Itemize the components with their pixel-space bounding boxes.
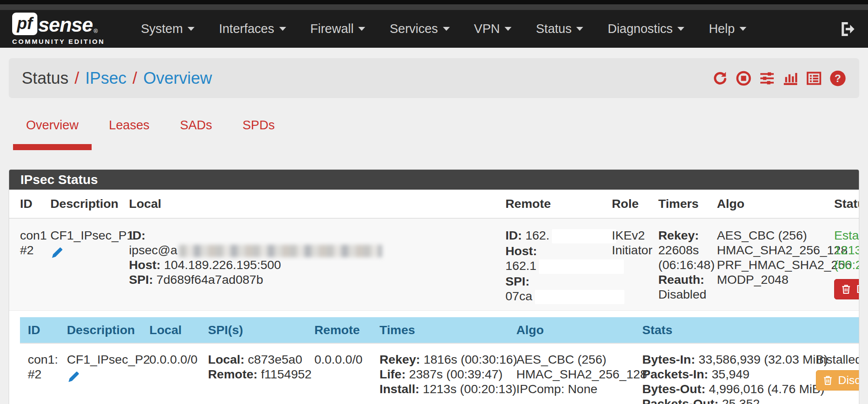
nav-item-interfaces[interactable]: Interfaces (207, 22, 298, 36)
install-label: Install: (380, 382, 419, 396)
redacted-blur-block (179, 245, 382, 257)
packets-in-label: Packets-In: (642, 367, 708, 381)
chart-bar-icon[interactable] (782, 70, 799, 86)
remote-id-value: 162. (525, 228, 549, 242)
sliders-icon[interactable] (759, 70, 775, 86)
bytes-out-label: Bytes-Out: (642, 382, 706, 396)
edit-pencil-icon[interactable] (50, 246, 64, 263)
chevron-down-icon (505, 27, 512, 31)
remote-network: 0.0.0.0/0 (314, 352, 376, 367)
nav-item-services[interactable]: Services (377, 22, 462, 36)
spi-local-value: c873e5a0 (248, 352, 302, 366)
cell-id: con1 #2 (9, 218, 50, 310)
algo-encryption: AES_CBC (256) (717, 228, 831, 243)
cell-algo: AES_CBC (256) HMAC_SHA2_256_128 PRF_HMAC… (717, 218, 834, 310)
child-sa-row-container: ID Description Local SPI(s) Remote Times… (9, 310, 859, 404)
packets-out-value: 25,352 (722, 397, 760, 404)
redacted-white-block (552, 229, 616, 243)
local-host-label: Host: (129, 258, 161, 272)
reauth-label: Reauth: (658, 272, 713, 287)
panel-title: IPsec Status (9, 170, 859, 190)
connection-number: #2 (28, 367, 63, 381)
sign-out-icon[interactable] (838, 20, 856, 38)
algo-ipcomp: IPComp: None (516, 381, 639, 396)
nav-item-label: Help (709, 22, 735, 36)
tab-sads[interactable]: SADs (167, 118, 225, 150)
connection-number: #2 (20, 243, 47, 257)
local-id-value: ipsec@a (129, 243, 177, 257)
pfsense-logo[interactable]: pf sense ® COMMUNITY EDITION (12, 13, 105, 46)
breadcrumb-bar: Status / IPsec / Overview ? (9, 58, 859, 98)
local-id-label: ID: (129, 228, 145, 242)
list-icon[interactable] (806, 70, 822, 86)
tab-spds[interactable]: SPDs (230, 118, 288, 150)
nav-item-status[interactable]: Status (524, 22, 595, 36)
cell-status: Established 1213 seconds (00:20:13) ago … (834, 218, 859, 310)
nav-item-label: Diagnostics (607, 22, 673, 36)
chevron-down-icon (188, 27, 195, 31)
algo-prf: PRF_HMAC_SHA2_256 (717, 257, 831, 272)
nav-item-help[interactable]: Help (696, 22, 759, 36)
connection-id: con1: (28, 352, 63, 367)
tab-overview[interactable]: Overview (13, 118, 92, 150)
breadcrumb-section: Status (22, 69, 69, 88)
description-text: CF1_IPsec_P2 (67, 352, 146, 367)
algo-hash: HMAC_SHA2_256_128 (717, 243, 831, 257)
column-header-spis: SPI(s) (208, 317, 314, 343)
local-network: 0.0.0.0/0 (149, 352, 205, 367)
svg-text:?: ? (835, 72, 841, 84)
registered-mark: ® (93, 28, 98, 34)
refresh-icon[interactable] (712, 70, 728, 86)
life-label: Life: (380, 367, 406, 381)
navbar-top-strip (0, 4, 868, 10)
algo-hash: HMAC_SHA2_256_128 (516, 367, 639, 381)
spi-local-label: Local: (208, 352, 244, 366)
nav-item-label: Services (389, 22, 438, 36)
breadcrumb-link-ipsec[interactable]: IPsec (85, 69, 126, 88)
breadcrumb-link-overview[interactable]: Overview (143, 69, 212, 88)
nav-item-system[interactable]: System (129, 22, 207, 36)
role-type: Initiator (612, 243, 655, 257)
nav-item-label: Status (536, 22, 571, 36)
rekey-value: 1816s (00:30:16) (423, 352, 517, 366)
nav-item-firewall[interactable]: Firewall (298, 22, 378, 36)
column-header-id: ID (20, 317, 67, 343)
algo-encryption: AES_CBC (256) (516, 352, 639, 367)
disconnect-button-label: Disconnect (856, 282, 859, 296)
spi-remote-label: Remote: (208, 367, 257, 381)
column-header-role: Role (612, 190, 658, 218)
algo-dhgroup: MODP_2048 (717, 272, 831, 287)
bytes-out-value: 4,996,016 (4.76 MiB) (709, 382, 825, 396)
column-header-status: Status (834, 190, 859, 218)
packets-out-label: Packets-Out: (642, 397, 719, 404)
rekey-label: Rekey: (658, 228, 713, 243)
help-icon[interactable]: ? (829, 70, 846, 87)
local-spi-value: 7d689f64a7ad087b (156, 273, 263, 286)
cell-spis: Local: c873e5a0 Remote: f1154952 (208, 343, 314, 404)
nested-table-cell: ID Description Local SPI(s) Remote Times… (9, 310, 859, 404)
stop-icon[interactable] (736, 70, 752, 86)
packets-in-value: 35,949 (712, 367, 749, 381)
column-header-blank (816, 317, 859, 343)
install-value: 1213s (00:20:13) (423, 382, 517, 396)
disconnect-child-button[interactable]: Disconnect (816, 370, 859, 391)
bytes-in-value: 33,586,939 (32.03 MiB) (699, 352, 828, 366)
spi-remote-value: f1154952 (261, 367, 312, 381)
cell-description: CF1_IPsec_P2 (67, 343, 149, 404)
nav-item-label: System (141, 22, 183, 36)
nav-item-vpn[interactable]: VPN (462, 22, 524, 36)
chevron-down-icon (677, 27, 684, 31)
bytes-in-label: Bytes-In: (642, 352, 695, 366)
column-header-local: Local (129, 190, 505, 218)
edit-pencil-icon[interactable] (67, 370, 80, 387)
redacted-white-block (539, 259, 624, 274)
chevron-down-icon (279, 27, 286, 31)
disconnect-button[interactable]: Disconnect (834, 279, 859, 299)
cell-timers: Rekey: 22608s (06:16:48) Reauth: Disable… (658, 218, 717, 310)
disconnect-button-label: Disconnect (838, 374, 859, 387)
nav-item-diagnostics[interactable]: Diagnostics (595, 22, 696, 36)
rekey-value: 22608s (658, 243, 713, 257)
tab-leases[interactable]: Leases (96, 118, 163, 150)
community-edition-label: COMMUNITY EDITION (12, 38, 105, 46)
cell-local: ID: ipsec@a Host: 104.189.226.195:500 SP… (129, 218, 505, 310)
